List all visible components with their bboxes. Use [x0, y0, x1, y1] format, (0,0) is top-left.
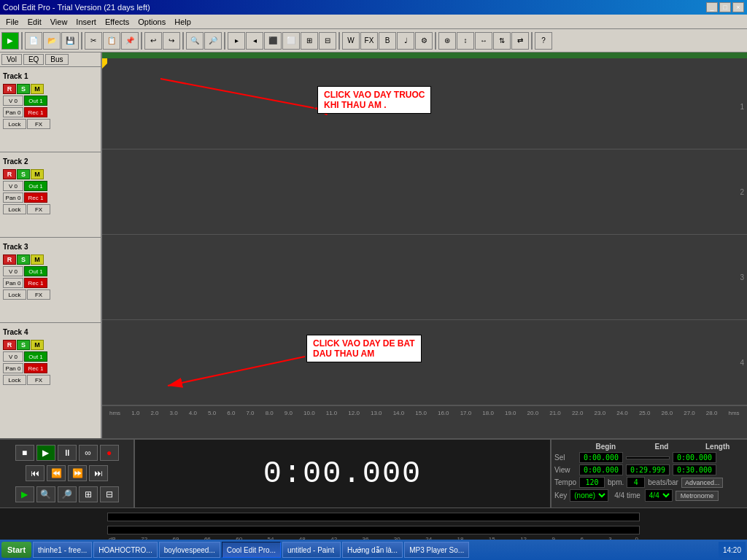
- track-2-lane[interactable]: 2: [102, 149, 747, 235]
- minimize-button[interactable]: _: [706, 2, 718, 12]
- track-2-vol[interactable]: V 0: [3, 181, 23, 191]
- waveform-area[interactable]: 1 CLICK VAO DAY TRUOC KHI THAU AM . 2: [102, 52, 747, 438]
- toolbar-undo-btn[interactable]: ↩: [144, 32, 162, 50]
- toolbar-play-btn[interactable]: ▶: [1, 32, 19, 50]
- zoom-in-2-btn[interactable]: 🔍: [36, 486, 55, 502]
- toolbar-paste-btn[interactable]: 📌: [121, 32, 139, 50]
- zoom-in-btn-t[interactable]: ▶: [15, 486, 34, 502]
- track-3-lane[interactable]: 3: [102, 235, 747, 320]
- toolbar-btn-j[interactable]: ♩: [397, 32, 414, 50]
- eq-button[interactable]: EQ: [23, 54, 44, 65]
- track-4-rec[interactable]: Rec 1: [24, 363, 47, 373]
- track-4-lane[interactable]: 4 CLICK VAO DAY DE BAT DAU THAU AM: [102, 320, 747, 405]
- toolbar-btn-o[interactable]: ⇅: [493, 32, 511, 50]
- start-button[interactable]: Start: [1, 542, 31, 558]
- menu-view[interactable]: View: [46, 16, 72, 28]
- track-4-r-btn[interactable]: R: [3, 340, 16, 350]
- goto-start-button[interactable]: ⏮: [26, 465, 44, 481]
- toolbar-btn-h[interactable]: FX: [360, 32, 378, 50]
- play-button[interactable]: ▶: [36, 445, 55, 461]
- next-button[interactable]: ⏩: [68, 465, 87, 481]
- track-1-vol[interactable]: V 0: [3, 96, 23, 106]
- track-2-rec[interactable]: Rec 1: [24, 192, 47, 203]
- menu-effects[interactable]: Effects: [101, 16, 133, 28]
- menu-file[interactable]: File: [1, 16, 23, 28]
- toolbar-btn-d[interactable]: ⬜: [282, 32, 300, 50]
- zoom-sel-btn[interactable]: ⊟: [100, 486, 119, 502]
- toolbar-btn-b[interactable]: ◂: [246, 32, 263, 50]
- pause-button[interactable]: ⏸: [58, 445, 77, 461]
- close-button[interactable]: ×: [732, 2, 744, 12]
- menu-insert[interactable]: Insert: [71, 16, 101, 28]
- toolbar-redo-btn[interactable]: ↪: [163, 32, 180, 50]
- menu-options[interactable]: Options: [133, 16, 170, 28]
- record-button[interactable]: ●: [100, 445, 119, 461]
- toolbar-btn-q[interactable]: ?: [535, 32, 552, 50]
- toolbar-save-btn[interactable]: 💾: [61, 32, 79, 50]
- zoom-fit-btn[interactable]: ⊞: [79, 486, 98, 502]
- key-select[interactable]: (none): [570, 489, 608, 502]
- track-3-pan[interactable]: Pan 0: [3, 278, 23, 288]
- track-3-lock[interactable]: Lock: [3, 289, 26, 300]
- track-1-s-btn[interactable]: S: [17, 84, 30, 94]
- track-3-vol[interactable]: V 0: [3, 266, 23, 276]
- track-4-fx[interactable]: FX: [27, 375, 50, 385]
- toolbar-btn-l[interactable]: ⊛: [438, 32, 456, 50]
- track-4-lock[interactable]: Lock: [3, 375, 26, 385]
- loop-button[interactable]: ∞: [79, 445, 98, 461]
- prev-button[interactable]: ⏪: [47, 465, 66, 481]
- toolbar-open-btn[interactable]: 📂: [43, 32, 61, 50]
- zoom-out-2-btn[interactable]: 🔎: [58, 486, 77, 502]
- taskbar-app-4[interactable]: Cool Edit Pro...: [222, 542, 281, 558]
- track-3-rec[interactable]: Rec 1: [24, 278, 47, 288]
- maximize-button[interactable]: □: [719, 2, 731, 12]
- toolbar-btn-n[interactable]: ↔: [475, 32, 492, 50]
- toolbar-btn-p[interactable]: ⇄: [511, 32, 529, 50]
- track-3-r-btn[interactable]: R: [3, 254, 16, 265]
- track-4-vol[interactable]: V 0: [3, 351, 23, 362]
- tempo-input[interactable]: [579, 477, 605, 488]
- track-1-r-btn[interactable]: R: [3, 84, 16, 94]
- bus-button[interactable]: Bus: [45, 54, 68, 65]
- beats-num-input[interactable]: [627, 477, 645, 488]
- toolbar-btn-c[interactable]: ⬛: [264, 32, 282, 50]
- toolbar-cut-btn[interactable]: ✂: [85, 32, 102, 50]
- track-3-s-btn[interactable]: S: [17, 254, 30, 265]
- advanced-button[interactable]: Advanced...: [681, 478, 724, 488]
- toolbar-zoom-in-btn[interactable]: 🔍: [186, 32, 204, 50]
- track-2-m-btn[interactable]: M: [31, 169, 44, 179]
- track-2-r-btn[interactable]: R: [3, 169, 16, 179]
- toolbar-new-btn[interactable]: 📄: [25, 32, 42, 50]
- track-1-out[interactable]: Out 1: [24, 96, 47, 106]
- toolbar-btn-f[interactable]: ⊟: [319, 32, 336, 50]
- track-2-lock[interactable]: Lock: [3, 204, 26, 214]
- track-4-out[interactable]: Out 1: [24, 351, 47, 362]
- track-2-s-btn[interactable]: S: [17, 169, 30, 179]
- track-1-lock[interactable]: Lock: [3, 119, 26, 129]
- toolbar-btn-m[interactable]: ↕: [457, 32, 474, 50]
- taskbar-app-3[interactable]: boylovespeed...: [159, 542, 220, 558]
- goto-end-button[interactable]: ⏭: [89, 465, 108, 481]
- track-4-s-btn[interactable]: S: [17, 340, 30, 350]
- taskbar-app-7[interactable]: MP3 Player So...: [404, 542, 469, 558]
- track-4-m-btn[interactable]: M: [31, 340, 44, 350]
- toolbar-btn-e[interactable]: ⊞: [301, 32, 318, 50]
- toolbar-zoom-out-btn[interactable]: 🔎: [204, 32, 222, 50]
- track-1-rec[interactable]: Rec 1: [24, 107, 47, 117]
- track-1-lane[interactable]: 1 CLICK VAO DAY TRUOC KHI THAU AM .: [102, 64, 747, 149]
- toolbar-btn-k[interactable]: ⚙: [415, 32, 433, 50]
- toolbar-btn-a[interactable]: ▸: [228, 32, 245, 50]
- track-2-pan[interactable]: Pan 0: [3, 192, 23, 203]
- toolbar-btn-g[interactable]: W: [342, 32, 360, 50]
- toolbar-copy-btn[interactable]: 📋: [103, 32, 120, 50]
- track-2-out[interactable]: Out 1: [24, 181, 47, 191]
- track-1-m-btn[interactable]: M: [31, 84, 44, 94]
- track-1-fx[interactable]: FX: [27, 119, 50, 129]
- menu-help[interactable]: Help: [170, 16, 196, 28]
- taskbar-app-1[interactable]: thinhe1 - free...: [33, 542, 92, 558]
- stop-button[interactable]: ■: [15, 445, 34, 461]
- taskbar-app-5[interactable]: untitled - Paint: [282, 542, 341, 558]
- taskbar-app-2[interactable]: HOAHOCTRO...: [93, 542, 157, 558]
- track-3-fx[interactable]: FX: [27, 289, 50, 300]
- track-4-pan[interactable]: Pan 0: [3, 363, 23, 373]
